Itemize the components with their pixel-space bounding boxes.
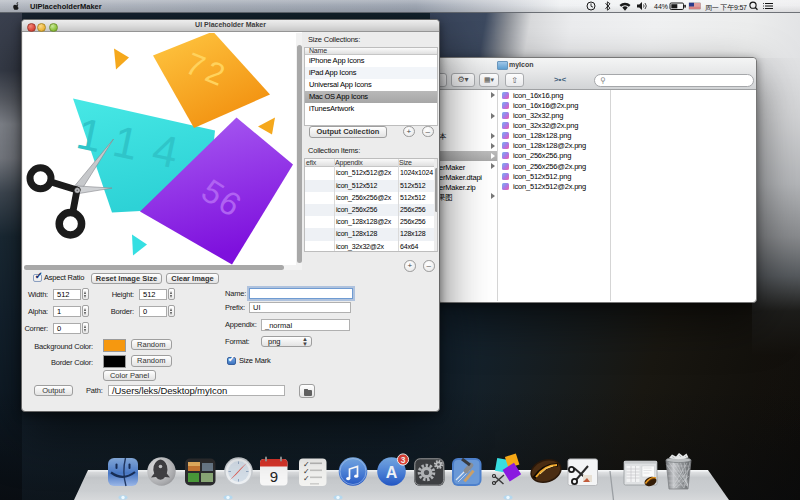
svg-text:9: 9	[270, 468, 278, 485]
svg-text:✓: ✓	[303, 474, 310, 483]
svg-text:A: A	[386, 464, 398, 481]
svg-text:3: 3	[401, 455, 406, 465]
